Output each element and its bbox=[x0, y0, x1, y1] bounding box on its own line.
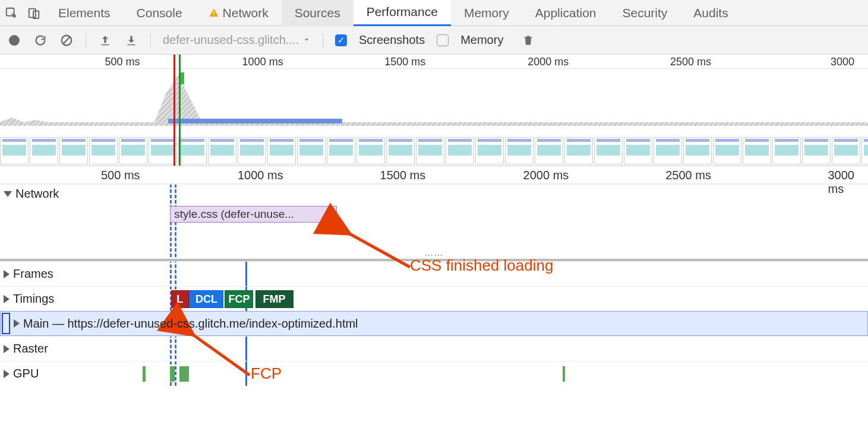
main-label: Main — https://defer-unused-css.glitch.m… bbox=[23, 317, 358, 331]
dropdown-icon bbox=[302, 33, 311, 47]
filmstrip-frame bbox=[178, 137, 207, 164]
ruler-tick: 2500 ms bbox=[665, 169, 714, 182]
filmstrip-frame bbox=[505, 137, 534, 164]
main-track[interactable]: Main — https://defer-unused-css.glitch.m… bbox=[0, 311, 868, 336]
expand-icon[interactable] bbox=[4, 370, 10, 378]
tab-sources[interactable]: Sources bbox=[282, 0, 353, 26]
ruler-tick: 1500 ms bbox=[380, 169, 428, 182]
tab-memory[interactable]: Memory bbox=[451, 0, 522, 26]
filmstrip-frame bbox=[416, 137, 444, 164]
reload-button[interactable] bbox=[33, 33, 48, 47]
overview-timeline[interactable]: 500 ms 1000 ms 1500 ms 2000 ms 2500 ms 3… bbox=[0, 55, 868, 166]
tab-network[interactable]: Network bbox=[195, 0, 282, 26]
download-icon[interactable] bbox=[124, 33, 138, 47]
tab-application[interactable]: Application bbox=[522, 0, 610, 26]
delete-icon[interactable] bbox=[521, 33, 535, 47]
ruler-tick: 2000 ms bbox=[528, 56, 571, 68]
filmstrip-frame bbox=[356, 137, 385, 164]
screenshots-checkbox[interactable]: ✓ bbox=[335, 34, 347, 46]
filmstrip-frame bbox=[119, 137, 147, 164]
ruler-tick: 1000 ms bbox=[242, 56, 286, 68]
filmstrip-frame bbox=[654, 137, 682, 164]
divider bbox=[323, 33, 323, 47]
divider bbox=[150, 33, 151, 47]
expand-icon[interactable] bbox=[4, 345, 10, 353]
gpu-label: GPU bbox=[13, 367, 39, 380]
filmstrip-frame bbox=[861, 137, 868, 164]
network-track[interactable]: Network style.css (defer-unuse... ⋯⋯ bbox=[0, 184, 868, 261]
drag-handle-icon[interactable]: ⋯⋯ bbox=[425, 250, 444, 260]
tab-audits[interactable]: Audits bbox=[680, 0, 741, 26]
warning-icon bbox=[209, 8, 219, 18]
filmstrip-frame bbox=[386, 137, 415, 164]
filmstrip-frame bbox=[149, 137, 177, 164]
timing-badge-FMP[interactable]: FMP bbox=[255, 290, 293, 308]
tab-console[interactable]: Console bbox=[124, 0, 195, 26]
gpu-segment bbox=[143, 366, 146, 382]
filmstrip-frame bbox=[594, 137, 623, 164]
filmstrip-frame bbox=[683, 137, 712, 164]
timing-badge-DCL[interactable]: DCL bbox=[189, 290, 223, 308]
gpu-track[interactable]: GPU bbox=[0, 361, 868, 386]
filmstrip-frame bbox=[832, 137, 860, 164]
timings-track[interactable]: Timings L DCL FCP FMP bbox=[0, 286, 868, 311]
recording-select[interactable]: defer-unused-css.glitch.... bbox=[163, 33, 311, 47]
filmstrip-frame bbox=[624, 137, 652, 164]
filmstrip-frame bbox=[30, 137, 58, 164]
tab-performance[interactable]: Performance bbox=[353, 0, 451, 26]
tab-security[interactable]: Security bbox=[609, 0, 680, 26]
filmstrip bbox=[0, 136, 868, 166]
frames-label: Frames bbox=[13, 267, 53, 281]
performance-toolbar: defer-unused-css.glitch.... ✓ Screenshot… bbox=[0, 26, 868, 55]
filmstrip-frame bbox=[713, 137, 741, 164]
ruler-tick: 3000 bbox=[831, 56, 857, 68]
device-toggle-icon[interactable] bbox=[23, 0, 45, 26]
expand-icon[interactable] bbox=[4, 270, 10, 278]
inspect-icon[interactable] bbox=[0, 0, 23, 26]
filmstrip-frame bbox=[475, 137, 504, 164]
filmstrip-frame bbox=[89, 137, 118, 164]
ruler-tick: 500 ms bbox=[105, 56, 143, 68]
load-marker bbox=[173, 55, 175, 166]
raster-track[interactable]: Raster bbox=[0, 336, 868, 361]
filmstrip-frame bbox=[446, 137, 474, 164]
svg-rect-4 bbox=[213, 15, 214, 16]
timing-badge-FCP[interactable]: FCP bbox=[225, 290, 253, 308]
filmstrip-frame bbox=[564, 137, 593, 164]
flamechart[interactable]: 500 ms 1000 ms 1500 ms 2000 ms 2500 ms 3… bbox=[0, 166, 868, 386]
filmstrip-frame bbox=[327, 137, 355, 164]
ruler-tick: 2500 ms bbox=[670, 56, 714, 68]
timings-label: Timings bbox=[13, 292, 54, 306]
filmstrip-frame bbox=[743, 137, 771, 164]
svg-rect-1 bbox=[29, 8, 36, 17]
clear-button[interactable] bbox=[59, 33, 74, 47]
memory-label: Memory bbox=[460, 33, 503, 47]
filmstrip-frame bbox=[772, 137, 801, 164]
svg-rect-3 bbox=[213, 11, 214, 14]
collapse-icon[interactable] bbox=[4, 191, 12, 197]
overview-ruler: 500 ms 1000 ms 1500 ms 2000 ms 2500 ms 3… bbox=[0, 55, 868, 69]
gpu-segment bbox=[563, 366, 565, 382]
upload-icon[interactable] bbox=[98, 33, 112, 47]
ruler-tick: 1500 ms bbox=[384, 56, 428, 68]
ruler-tick: 2000 ms bbox=[523, 169, 572, 182]
filmstrip-frame bbox=[802, 137, 831, 164]
memory-checkbox[interactable] bbox=[437, 34, 449, 46]
tab-elements[interactable]: Elements bbox=[45, 0, 124, 26]
fcp-marker bbox=[179, 55, 181, 166]
timing-badge-L[interactable]: L bbox=[171, 290, 189, 308]
network-request[interactable]: style.css (defer-unuse... bbox=[170, 206, 337, 223]
filmstrip-frame bbox=[208, 137, 236, 164]
filmstrip-frame bbox=[238, 137, 266, 164]
gpu-segment bbox=[170, 366, 174, 382]
expand-icon[interactable] bbox=[4, 295, 10, 303]
ruler-tick: 1000 ms bbox=[238, 169, 286, 182]
ruler-tick: 500 ms bbox=[101, 169, 143, 182]
devtools-tab-bar: Elements Console Network Sources Perform… bbox=[0, 0, 868, 26]
network-label: Network bbox=[15, 187, 59, 201]
frames-track[interactable]: Frames bbox=[0, 261, 868, 286]
record-button[interactable] bbox=[7, 33, 21, 47]
filmstrip-frame bbox=[535, 137, 563, 164]
expand-icon[interactable] bbox=[14, 319, 20, 328]
filmstrip-frame bbox=[0, 137, 29, 164]
